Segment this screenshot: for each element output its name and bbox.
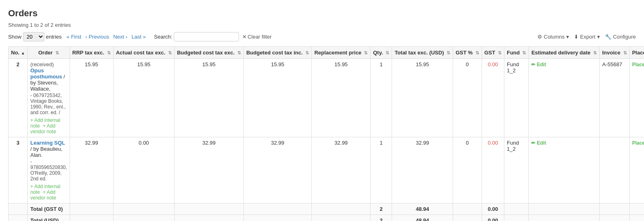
x-icon: ✕ — [242, 34, 247, 40]
right-toolbar: ⚙ Columns ▾ ⬇ Export ▾ 🔧 Configure — [537, 34, 636, 40]
total-gst-row: Total (GST 0) 2 48.94 0.00 — [9, 204, 644, 215]
col-replacement[interactable]: Replacement price ⇅ — [312, 47, 370, 59]
order-notes: + Add internal note + Add vendor note — [30, 184, 67, 201]
col-delivery[interactable]: Estimated delivery date ⇅ — [529, 47, 600, 59]
total-usd-budget-inc — [243, 215, 311, 221]
order-description: - 9780596520830, O'Reilly, 2009, 2nd ed. — [30, 159, 67, 182]
total-usd-row: Total (USD) 2 48.94 0.00 — [9, 215, 644, 221]
row-total: 15.95 — [392, 59, 453, 137]
sort-icon-budget-inc: ⇅ — [305, 50, 309, 55]
total-actual — [113, 204, 174, 215]
row-rrp: 15.95 — [70, 59, 113, 137]
total-budget-exc — [174, 204, 243, 215]
row-no: 2 — [9, 59, 28, 137]
search-area: Search: — [154, 32, 239, 41]
clear-filter-label: Clear filter — [248, 34, 272, 40]
search-label: Search: — [154, 34, 172, 40]
row-delivery: ✏ Edit — [529, 137, 600, 204]
table-row: 3 Learning SQL / by Beaulieu, Alan. - 97… — [9, 137, 644, 204]
total-usd-actual — [113, 215, 174, 221]
row-replacement: 32.99 — [312, 137, 370, 204]
search-input[interactable] — [174, 32, 239, 41]
row-actual-cost: 15.95 — [113, 59, 174, 137]
col-fund[interactable]: Fund ⇅ — [504, 47, 528, 59]
total-usd-place-hold — [629, 215, 644, 221]
col-gst[interactable]: GST ⇅ — [482, 47, 504, 59]
total-label-cell — [9, 204, 28, 215]
sort-icon-rrp: ⇅ — [107, 50, 111, 55]
row-place-hold: Place hold — [629, 137, 644, 204]
row-qty: 1 — [370, 59, 392, 137]
sort-icon-budget-exc: ⇅ — [237, 50, 241, 55]
row-place-hold: Place hold — [629, 59, 644, 137]
columns-label: Columns — [544, 34, 565, 40]
col-budgeted-inc[interactable]: Budgeted cost tax inc. ⇅ — [243, 47, 311, 59]
col-qty[interactable]: Qty. ⇅ — [370, 47, 392, 59]
previous-page-btn[interactable]: ‹ Previous — [84, 33, 111, 41]
table-row: 2 (received) Opus posthumous / by Steven… — [9, 59, 644, 137]
toolbar: Show 10 20 50 100 entries « First ‹ Prev… — [8, 32, 636, 41]
sort-icon-delivery: ⇅ — [593, 50, 597, 55]
col-gst-pct[interactable]: GST % ⇅ — [453, 47, 482, 59]
edit-link[interactable]: ✏ Edit — [531, 62, 546, 67]
first-page-btn[interactable]: « First — [65, 33, 83, 41]
order-title-suffix: / by Beaulieu, Alan. — [30, 146, 62, 158]
clear-filter-btn[interactable]: ✕ Clear filter — [242, 34, 272, 40]
col-budgeted-exc[interactable]: Budgeted cost tax exc. ⇅ — [174, 47, 243, 59]
col-no[interactable]: No. ▲ — [9, 47, 28, 59]
last-page-btn[interactable]: Last » — [130, 33, 147, 41]
sort-icon-order: ⇅ — [55, 50, 59, 55]
place-hold-link[interactable]: Place hold — [632, 62, 644, 67]
order-title-block: Learning SQL / by Beaulieu, Alan. — [30, 140, 67, 158]
sort-icon-gst: ⇅ — [498, 50, 502, 55]
total-usd-label: Total (USD) — [28, 215, 70, 221]
total-usd-delivery — [529, 215, 600, 221]
col-actual-cost[interactable]: Actual cost tax exc. ⇅ — [113, 47, 174, 59]
total-delivery — [529, 204, 600, 215]
columns-button[interactable]: ⚙ Columns ▾ — [537, 34, 569, 40]
order-title-link[interactable]: Learning SQL — [30, 140, 65, 146]
total-qty: 2 — [370, 204, 392, 215]
next-page-btn[interactable]: Next › — [112, 33, 129, 41]
configure-button[interactable]: 🔧 Configure — [605, 34, 636, 40]
order-title-link[interactable]: Opus posthumous — [30, 67, 62, 80]
row-invoice — [600, 137, 629, 204]
col-rrp[interactable]: RRP tax exc. ⇅ — [70, 47, 113, 59]
place-hold-link[interactable]: Place hold — [632, 140, 644, 146]
sort-icon-gst-pct: ⇅ — [475, 50, 479, 55]
showing-count-top: Showing 1 to 2 of 2 entries — [8, 22, 636, 28]
total-usd-fund — [504, 215, 528, 221]
total-invoice — [600, 204, 629, 215]
total-tax-exc: 48.94 — [392, 204, 453, 215]
col-order[interactable]: Order ⇅ — [28, 47, 70, 59]
total-usd-gst-pct — [453, 215, 482, 221]
row-replacement: 15.95 — [312, 59, 370, 137]
total-usd-tax-exc: 48.94 — [392, 215, 453, 221]
download-icon: ⬇ — [574, 34, 578, 40]
export-button[interactable]: ⬇ Export ▾ — [574, 34, 600, 40]
edit-link[interactable]: ✏ Edit — [531, 140, 546, 146]
row-qty: 1 — [370, 137, 392, 204]
total-usd-rrp — [70, 215, 113, 221]
row-gst: 0.00 — [482, 137, 504, 204]
entries-per-page-select[interactable]: 10 20 50 100 — [23, 32, 44, 41]
row-budgeted-inc: 15.95 — [243, 59, 311, 137]
col-invoice[interactable]: Invoice ⇅ — [600, 47, 629, 59]
show-entries-control: Show 10 20 50 100 entries — [8, 32, 62, 41]
show-label: Show — [8, 34, 22, 40]
total-place-hold — [629, 204, 644, 215]
row-gst-pct: 0 — [453, 59, 482, 137]
gear-icon: ⚙ — [537, 34, 542, 40]
sort-icon-invoice: ⇅ — [623, 50, 627, 55]
row-delivery: ✏ Edit — [529, 59, 600, 137]
sort-asc-icon: ▲ — [21, 51, 25, 55]
row-gst: 0.00 — [482, 59, 504, 137]
total-rrp — [70, 204, 113, 215]
orders-table: No. ▲ Order ⇅ RRP tax exc. ⇅ Actual cost… — [8, 46, 644, 221]
col-total-tax[interactable]: Total tax exc. (USD) ⇅ — [392, 47, 453, 59]
row-actual-cost: 0.00 — [113, 137, 174, 204]
sort-icon-total: ⇅ — [447, 50, 450, 55]
total-usd-gst: 0.00 — [482, 215, 504, 221]
sort-icon-replacement: ⇅ — [364, 50, 368, 55]
total-usd-qty: 2 — [370, 215, 392, 221]
